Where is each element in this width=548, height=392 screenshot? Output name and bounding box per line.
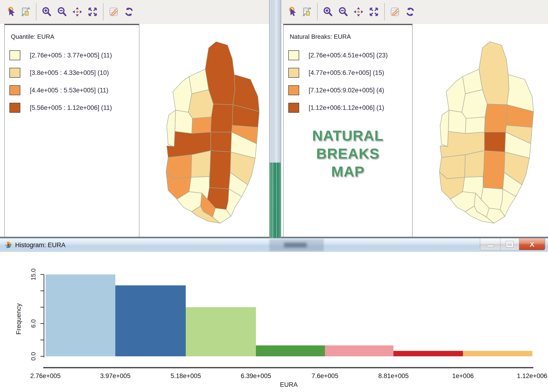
select-icon: [286, 6, 297, 18]
legend-category-row[interactable]: [3.8e+005 : 4.33e+005] (10): [9, 64, 139, 82]
histogram-bar[interactable]: [46, 274, 115, 357]
full-extent-button[interactable]: [86, 4, 99, 20]
base-map-button[interactable]: [388, 4, 402, 20]
histogram-bar[interactable]: [393, 351, 463, 356]
close-button[interactable]: X: [519, 238, 545, 250]
legend-range-label: [1.12e+006:1.12e+006] (1): [309, 104, 384, 112]
toolbar-separator: [317, 3, 318, 21]
legend-rows: [2.76e+005 : 3.77e+005] (11)[3.8e+005 : …: [9, 47, 139, 117]
legend-color-swatch: [288, 85, 299, 95]
pan-button[interactable]: [70, 4, 84, 20]
zoom-out-button[interactable]: [55, 4, 69, 20]
map-region-polygon[interactable]: [188, 90, 213, 118]
legend-category-row[interactable]: [4.77e+005:6.7e+005] (15): [288, 64, 412, 82]
map-region-polygon[interactable]: [465, 117, 485, 133]
legend-category-row[interactable]: [5.56e+005 : 1.12e+006] (11): [9, 99, 139, 117]
map-region-polygon[interactable]: [463, 69, 483, 94]
legend-color-swatch: [9, 68, 20, 78]
legend-category-row[interactable]: [4.4e+005 : 5.53e+005] (11): [9, 82, 139, 99]
legend-color-swatch: [9, 103, 20, 113]
quantile-legend-panel: Quantile: EURA [2.76e+005 : 3.77e+005] (…: [4, 24, 140, 237]
quantile-map-canvas[interactable]: [141, 24, 269, 237]
full-extent-icon: [368, 6, 379, 18]
map-toolbar: [281, 0, 548, 24]
map-region-polygon[interactable]: [192, 117, 211, 133]
legend-category-row[interactable]: [2.76e+005 : 3.77e+005] (11): [9, 47, 139, 64]
histogram-bar[interactable]: [186, 307, 256, 356]
y-axis-title: Frequency: [15, 303, 22, 335]
x-tick-label: 1.12e+006: [517, 372, 547, 379]
toolbar-separator: [103, 3, 104, 21]
map-toolbar: [0, 0, 269, 24]
zoom-out-button[interactable]: [336, 4, 350, 20]
legend-color-swatch: [288, 50, 299, 60]
x-tick-label: 6.39e+005: [241, 372, 271, 379]
y-tick-label: 0.0: [30, 352, 37, 361]
refresh-button[interactable]: [403, 4, 417, 20]
map-region-polygon[interactable]: [464, 151, 485, 177]
natural-breaks-choropleth-map[interactable]: [424, 38, 544, 224]
toolbar-separator: [36, 3, 36, 21]
legend-range-label: [7.12e+005:9.02e+005] (4): [309, 87, 384, 94]
geoda-screen: Quantile: EURA [2.76e+005 : 3.77e+005] (…: [0, 0, 548, 392]
invert-selection-button[interactable]: [19, 4, 32, 20]
invert-selection-icon: [301, 6, 312, 18]
pan-icon: [353, 6, 364, 18]
x-tick-label: 7.6e+005: [311, 372, 338, 379]
quantile-map-window: Quantile: EURA [2.76e+005 : 3.77e+005] (…: [0, 0, 270, 238]
select-button[interactable]: [285, 4, 298, 20]
zoom-in-button[interactable]: [321, 4, 335, 20]
histogram-titlebar: Histogram: EURA X: [0, 238, 548, 252]
map-region-polygon[interactable]: [191, 151, 211, 177]
legend-range-label: [4.77e+005:6.7e+005] (15): [309, 69, 384, 77]
map-region-polygon[interactable]: [485, 104, 507, 132]
legend-category-row[interactable]: [2.76e+005:4.51e+005] (23): [288, 47, 412, 64]
full-extent-button[interactable]: [367, 4, 381, 20]
select-icon: [5, 6, 16, 18]
maximize-button[interactable]: [500, 238, 519, 250]
legend-color-swatch: [288, 68, 299, 78]
zoom-in-button[interactable]: [40, 4, 53, 20]
quantile-choropleth-map[interactable]: [151, 38, 269, 224]
legend-color-swatch: [9, 85, 20, 95]
map-region-polygon[interactable]: [189, 69, 209, 94]
map-region-polygon[interactable]: [483, 151, 505, 189]
map-region-polygon[interactable]: [173, 77, 192, 112]
natural-breaks-map-window: Natural Breaks: EURA [2.76e+005:4.51e+00…: [281, 0, 548, 238]
histogram-window: Histogram: EURA X 0.06.015.0Frequency2.7…: [0, 238, 548, 392]
x-tick-label: 2.76e+005: [30, 372, 61, 379]
y-tick-label: 6.0: [30, 319, 37, 328]
pan-button[interactable]: [352, 4, 365, 20]
toolbar-separator: [384, 3, 385, 21]
base-map-icon: [108, 6, 119, 18]
background-window-blur: [269, 239, 324, 251]
y-tick-label: 15.0: [30, 268, 37, 280]
map-region-polygon[interactable]: [211, 132, 232, 152]
natural-breaks-map-caption: NATURAL BREAKS MAP: [284, 127, 412, 181]
map-region-polygon[interactable]: [446, 77, 465, 112]
legend-range-label: [4.4e+005 : 5.53e+005] (11): [30, 87, 108, 94]
base-map-icon: [389, 6, 400, 18]
histogram-bar[interactable]: [115, 286, 186, 356]
base-map-button[interactable]: [107, 4, 120, 20]
map-region-polygon[interactable]: [485, 132, 506, 152]
map-region-polygon[interactable]: [209, 151, 231, 189]
invert-selection-button[interactable]: [300, 4, 314, 20]
natural-breaks-map-canvas[interactable]: [415, 24, 548, 237]
desktop-background-strip: [270, 0, 281, 238]
refresh-icon: [405, 6, 416, 18]
legend-range-label: [5.56e+005 : 1.12e+006] (11): [30, 104, 112, 112]
map-region-polygon[interactable]: [462, 90, 487, 118]
caption-line: MAP: [284, 162, 412, 181]
minimize-button[interactable]: [480, 238, 500, 250]
legend-color-swatch: [288, 103, 299, 113]
histogram-bar[interactable]: [256, 345, 325, 356]
histogram-bar[interactable]: [325, 345, 393, 356]
map-region-polygon[interactable]: [211, 104, 233, 132]
legend-category-row[interactable]: [7.12e+005:9.02e+005] (4): [288, 82, 412, 99]
histogram-bar[interactable]: [463, 351, 532, 356]
select-button[interactable]: [3, 4, 17, 20]
refresh-button[interactable]: [122, 4, 136, 20]
legend-category-row[interactable]: [1.12e+006:1.12e+006] (1): [288, 99, 412, 117]
zoom-out-icon: [338, 6, 349, 18]
